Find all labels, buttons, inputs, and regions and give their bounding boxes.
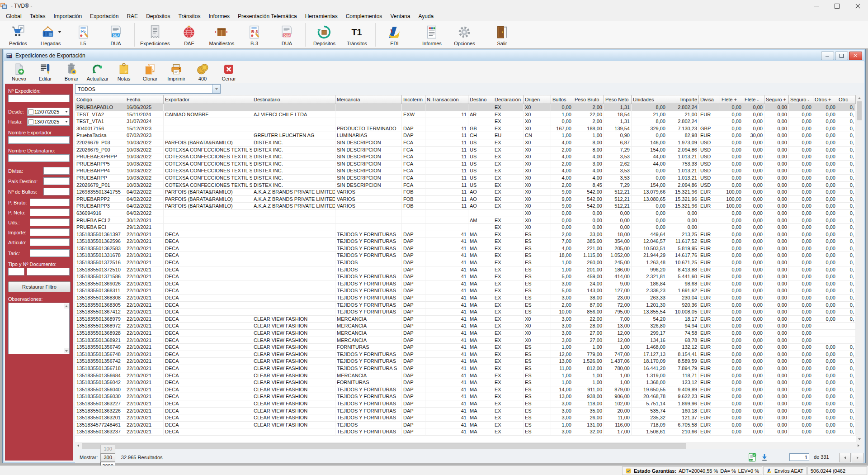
column-header-fecha[interactable]: Fecha	[125, 95, 164, 104]
table-row[interactable]: 135183550136831122/10/2021DECATEJIDOS Y …	[75, 287, 856, 294]
table-row[interactable]: 135183550136830522/10/2021DECATEJIDOS Y …	[75, 302, 856, 309]
table-row[interactable]: 135183550136323722/10/2021DECATEJIDOS Y …	[75, 428, 856, 436]
mdi-toolbar-clonar-button[interactable]: Clonar	[139, 62, 161, 82]
menu-item-rae[interactable]: RAE	[123, 12, 142, 21]
table-row[interactable]: 126983550134175504/02/2022PARFOIS (BARAT…	[75, 189, 856, 196]
menu-item-global[interactable]: Global	[2, 12, 26, 21]
menu-item-presentacion-telematica[interactable]: Presentación Telemática	[234, 12, 301, 21]
mdi-toolbar-notas-button[interactable]: Notas	[113, 62, 135, 82]
page-size-100-button[interactable]: 100	[100, 445, 115, 453]
toolbar-salir-button[interactable]: Salir	[486, 22, 518, 48]
toolbar-pedidos-button[interactable]: Pedidos	[2, 22, 34, 48]
table-row[interactable]: TEST_VTA131/07/2024EXX00,002,001,318,002…	[75, 118, 856, 125]
scroll-down-icon[interactable]	[64, 348, 69, 353]
column-header-otrc[interactable]: Otrc	[837, 95, 856, 104]
column-header-flete[interactable]: Flete -	[743, 95, 764, 104]
column-header-importe[interactable]: Importe	[667, 95, 699, 104]
menu-item-exportacion[interactable]: Exportación	[86, 12, 123, 21]
table-row[interactable]: 135183550135668422/10/2021DECACLEAR VIEW…	[75, 372, 856, 380]
filter-uds-input[interactable]	[30, 218, 70, 226]
table-row[interactable]: 22026679_P0310/03/2022PARFOIS (BARATA&RA…	[75, 139, 856, 147]
toolbar-dua-button[interactable]: DUASDUA	[99, 22, 132, 48]
expediciones-titlebar[interactable]: Expediciones de Exportación	[4, 50, 864, 62]
table-row[interactable]: 135183550136902622/10/2021DECATEJIDOS Y …	[75, 280, 856, 288]
scroll-right-icon[interactable]	[855, 442, 862, 449]
chevron-down-icon[interactable]	[212, 85, 220, 93]
vertical-scroll-thumb[interactable]	[857, 101, 862, 120]
table-row[interactable]: 135183550136892822/10/2021DECACLEAR VIEW…	[75, 330, 856, 337]
table-row[interactable]: 22026679_P0110/03/2022COTEXSA CONFECCION…	[75, 182, 856, 189]
table-row[interactable]: PRUEBA ECI29/12/2021EXX00,000,000,000,00…	[75, 224, 856, 231]
page-size-300-button[interactable]: 300	[100, 453, 115, 462]
table-row[interactable]: PRUEBARPP10/03/2022COTEXSA CONFECCIONES …	[75, 175, 856, 182]
chevron-down-icon[interactable]	[65, 111, 68, 113]
table-row[interactable]: TEST_VTA215/11/2024CAINIAO NOMBREAJ VIER…	[75, 111, 856, 119]
filter-dropdown[interactable]: TODOS	[75, 84, 221, 94]
filter-pais-destino-input[interactable]	[43, 177, 70, 185]
column-header-destinatario[interactable]: Destinatario	[252, 95, 335, 104]
mdi-toolbar-cerrar-button[interactable]: Cerrar	[217, 62, 240, 82]
table-row[interactable]: 63609491604/02/2022X00,000,000,000,000,0…	[75, 210, 856, 217]
column-header-flete[interactable]: Flete +	[720, 95, 743, 104]
menu-item-ayuda[interactable]: Ayuda	[414, 12, 438, 21]
table-row[interactable]: 135183550137251622/10/2021DECATEJIDOSDAP…	[75, 259, 856, 266]
mdi-toolbar-editar-button[interactable]: Editar	[34, 62, 57, 82]
menu-item-complementos[interactable]: Complementos	[342, 12, 387, 21]
table-row[interactable]: 135183550137251022/10/2021DECATEJIDOSDAP…	[75, 266, 856, 274]
menu-item-ventana[interactable]: Ventana	[386, 12, 414, 21]
table-row[interactable]: 135183550135604022/10/2021DECACLEAR VIEW…	[75, 386, 856, 394]
column-header-divisa[interactable]: Divisa	[699, 95, 720, 104]
table-row[interactable]: PRUEBAPABLO16/06/2025EXX00,002,001,318,0…	[75, 104, 856, 111]
column-header-unidades[interactable]: Unidades	[632, 95, 667, 104]
toolbar-informes-button[interactable]: Informes	[415, 22, 448, 48]
column-header-bultos[interactable]: Bultos	[551, 95, 573, 104]
table-row[interactable]: 135183550136322622/10/2021DECACLEAR VIEW…	[75, 408, 856, 415]
table-row[interactable]: 135183550135674922/10/2021DECACLEAR VIEW…	[75, 344, 856, 351]
table-row[interactable]: 135183457724846122/10/2021DECACLEAR VIEW…	[75, 422, 856, 429]
column-header-exportador[interactable]: Exportador	[164, 95, 252, 104]
filter-n-de-bultos-input[interactable]	[43, 188, 70, 195]
column-header-seguro[interactable]: Seguro +	[764, 95, 789, 104]
table-row[interactable]: 135183550135671822/10/2021DECACLEAR VIEW…	[75, 365, 856, 372]
table-row[interactable]: 135183550136830822/10/2021DECATEJIDOS Y …	[75, 294, 856, 302]
filter-divisa-input[interactable]	[43, 167, 70, 175]
filter-desde-date-input[interactable]: 12/07/2025	[27, 108, 70, 116]
table-row[interactable]: 135183550136139722/10/2021DECATEJIDOS Y …	[75, 231, 856, 238]
column-header-n-transaccion[interactable]: N.Transacción	[425, 95, 468, 104]
toolbar-opciones-button[interactable]: Opciones	[448, 22, 481, 48]
toolbar-edi-button[interactable]: EDI	[378, 22, 410, 48]
filter-nombre-exportador-input[interactable]	[8, 136, 70, 144]
envios-aeat-segment[interactable]: Envíos AEAT	[763, 466, 807, 475]
column-header-peso-neto[interactable]: Peso Neto	[604, 95, 632, 104]
table-row[interactable]: 135183550136897922/10/2021DECACLEAR VIEW…	[75, 316, 856, 323]
horizontal-scrollbar[interactable]	[75, 442, 862, 449]
toolbar-expediciones-button[interactable]: Expediciones	[137, 22, 173, 48]
menu-item-depositos[interactable]: Depósitos	[142, 12, 174, 21]
column-header-seguro[interactable]: Seguro -	[789, 95, 813, 104]
filter-hasta-date-input[interactable]: 13/07/2025	[27, 118, 70, 126]
filter-n-expedicion-input[interactable]	[8, 95, 70, 102]
table-row[interactable]: PRUEBA ECI 230/12/2021AMEXX00,000,000,00…	[75, 217, 856, 224]
toolbar-b-3-button[interactable]: B-3B-3	[238, 22, 270, 48]
table-row[interactable]: 135183550136892122/10/2021DECACLEAR VIEW…	[75, 337, 856, 344]
table-row[interactable]: 135183550136320122/10/2021DECACLEAR VIEW…	[75, 414, 856, 422]
close-button[interactable]	[847, 0, 868, 12]
menu-item-informes[interactable]: Informes	[204, 12, 234, 21]
menu-item-tablas[interactable]: Tablas	[26, 12, 50, 21]
filter-taric-input[interactable]	[30, 249, 70, 257]
toolbar-manifiestos-button[interactable]: Manifiestos	[205, 22, 238, 48]
table-row[interactable]: 135183550135674222/10/2021DECACLEAR VIEW…	[75, 358, 856, 365]
mdi-close-button[interactable]	[849, 52, 862, 60]
table-row[interactable]: 135183550135604222/10/2021DECACLEAR VIEW…	[75, 379, 856, 386]
filter-p-neto-input[interactable]	[30, 209, 70, 216]
table-row[interactable]: 135183550136741222/10/2021DECATEJIDOS Y …	[75, 309, 856, 316]
table-row[interactable]: PRUEBARPP410/03/2022COTEXSA CONFECCIONES…	[75, 167, 856, 175]
filter-nombre-destinatario-input[interactable]	[8, 154, 70, 162]
mdi-maximize-button[interactable]	[835, 52, 848, 60]
toolbar-depositos-button[interactable]: Depósitos	[308, 22, 340, 48]
column-header-peso-bruto[interactable]: Peso Bruto	[573, 95, 604, 104]
menu-item-importacion[interactable]: Importación	[49, 12, 86, 21]
mdi-toolbar-400-button[interactable]: 400	[191, 62, 214, 82]
page-number-input[interactable]	[789, 453, 809, 461]
checkbox-icon[interactable]	[28, 119, 33, 124]
